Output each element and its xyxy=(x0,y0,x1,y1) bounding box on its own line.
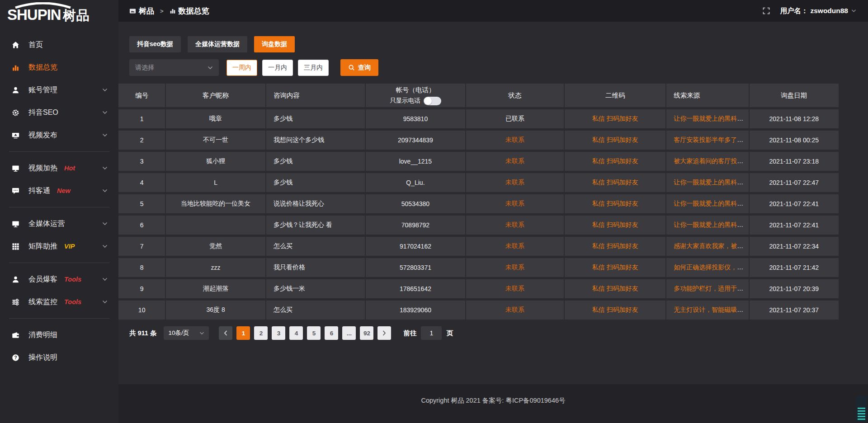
bar-chart-icon xyxy=(170,8,176,14)
cell-qrcode: 私信 扫码加好友 xyxy=(565,109,666,131)
col-header-qrcode: 二维码 xyxy=(565,84,666,109)
sidebar-item-douketong[interactable]: 抖客通 New xyxy=(0,179,118,202)
qr-private-message-link[interactable]: 私信 xyxy=(592,263,605,271)
cell-source: 被大家追着问的客厅投影分享... xyxy=(666,152,749,173)
col-header-id: 编号 xyxy=(118,84,166,109)
cell-nickname: 狐小狸 xyxy=(166,152,266,173)
tab-douyin-seo-data[interactable]: 抖音seo数据 xyxy=(129,36,181,52)
table-row: 10 36度 8 怎么买 183929060 未联系 私信 扫码加好友 无主灯设… xyxy=(118,301,840,322)
user-icon xyxy=(12,276,21,283)
lead-source-link[interactable]: 无主灯设计，智能磁吸轨道灯... xyxy=(674,306,749,313)
sidebar-item-omni-media[interactable]: 全媒体运营 xyxy=(0,212,118,235)
sidebar: SHUPIN 树品 首页 数据总览 账号管理 抖音SEO 视频发布 xyxy=(0,0,118,423)
prev-page-button[interactable] xyxy=(219,326,232,340)
period-button-1[interactable]: 一月内 xyxy=(262,60,293,76)
cell-qrcode: 私信 扫码加好友 xyxy=(565,301,666,322)
goto-page-input[interactable] xyxy=(421,326,442,340)
cell-account: 917024162 xyxy=(366,237,466,258)
sidebar-item-matrix-boost[interactable]: 矩阵助推 VIP xyxy=(0,235,118,258)
lead-source-link[interactable]: 如何正确选择投影仪，买投影... xyxy=(674,263,749,271)
sidebar-item-video-publish[interactable]: 视频发布 xyxy=(0,124,118,146)
cell-account: 9583810 xyxy=(366,109,466,131)
cell-source: 让你一眼就爱上的黑科技，能... xyxy=(666,216,749,237)
breadcrumb-item-data-overview[interactable]: 数据总览 xyxy=(170,6,209,16)
phone-only-toggle[interactable] xyxy=(424,97,441,105)
table-row: 2 不可一世 我想问这个多少钱 2097344839 未联系 私信 扫码加好友 … xyxy=(118,131,840,152)
page-3-button[interactable]: 3 xyxy=(272,326,285,340)
cell-date: 2021-11-07 23:18 xyxy=(750,152,840,173)
qr-private-message-link[interactable]: 私信 xyxy=(592,306,605,313)
lead-source-link[interactable]: 让你一眼就爱上的黑科技，能... xyxy=(674,179,749,186)
period-button-2[interactable]: 三月内 xyxy=(298,60,329,76)
sidebar-item-consumption-detail[interactable]: 消费明细 xyxy=(0,324,118,346)
lead-source-link[interactable]: 让你一眼就爱上的黑科技，能... xyxy=(674,115,749,122)
sidebar-item-home[interactable]: 首页 xyxy=(0,33,118,56)
qr-private-message-link[interactable]: 私信 xyxy=(592,285,605,292)
qr-scan-add-friend-link[interactable]: 扫码加好友 xyxy=(607,221,638,228)
browser-extension-widget[interactable] xyxy=(856,396,867,422)
cell-account: 178651642 xyxy=(366,279,466,301)
home-icon xyxy=(12,41,21,49)
sidebar-item-member-baoke[interactable]: 会员爆客 Tools xyxy=(0,268,118,291)
qr-scan-add-friend-link[interactable]: 扫码加好友 xyxy=(607,179,638,186)
qr-private-message-link[interactable]: 私信 xyxy=(592,200,605,207)
brand-logo[interactable]: SHUPIN 树品 xyxy=(0,0,118,27)
cell-id: 9 xyxy=(118,279,166,301)
tab-omni-media-data[interactable]: 全媒体运营数据 xyxy=(188,36,247,52)
page-ellipsis-button[interactable]: ... xyxy=(342,326,356,340)
qr-private-message-link[interactable]: 私信 xyxy=(592,136,605,143)
qr-scan-add-friend-link[interactable]: 扫码加好友 xyxy=(607,242,638,249)
user-menu[interactable]: 用户名： zswodun88 xyxy=(780,6,856,16)
qr-private-message-link[interactable]: 私信 xyxy=(592,221,605,228)
qr-scan-add-friend-link[interactable]: 扫码加好友 xyxy=(607,157,638,164)
cell-content: 多少钱 xyxy=(266,109,366,131)
lead-source-link[interactable]: 让你一眼就爱上的黑科技，能... xyxy=(674,200,749,207)
sidebar-item-video-heating[interactable]: 视频加热 Hot xyxy=(0,157,118,179)
tab-inquiry-data[interactable]: 询盘数据 xyxy=(254,36,295,52)
qr-private-message-link[interactable]: 私信 xyxy=(592,179,605,186)
qr-private-message-link[interactable]: 私信 xyxy=(592,157,605,164)
page-1-button[interactable]: 1 xyxy=(236,326,250,340)
cell-status: 未联系 xyxy=(466,152,565,173)
lead-source-link[interactable]: 让你一眼就爱上的黑科技，能... xyxy=(674,221,749,228)
sidebar-item-operation-guide[interactable]: ? 操作说明 xyxy=(0,346,118,369)
qr-scan-add-friend-link[interactable]: 扫码加好友 xyxy=(607,285,638,292)
qr-scan-add-friend-link[interactable]: 扫码加好友 xyxy=(607,115,638,122)
goto-label: 前往 xyxy=(403,329,416,338)
lead-source-link[interactable]: 多功能护栏灯，适用于乡村文... xyxy=(674,285,749,292)
breadcrumb-item-shupin[interactable]: 树品 xyxy=(129,6,154,16)
lead-source-link[interactable]: 被大家追着问的客厅投影分享... xyxy=(674,157,749,164)
sidebar-divider xyxy=(9,263,109,263)
cell-id: 3 xyxy=(118,152,166,173)
grid-icon xyxy=(12,243,21,250)
sidebar-item-account-management[interactable]: 账号管理 xyxy=(0,79,118,101)
lead-source-link[interactable]: 客厅安装投影半年多了，真实... xyxy=(674,136,749,143)
qr-private-message-link[interactable]: 私信 xyxy=(592,242,605,249)
page-4-button[interactable]: 4 xyxy=(289,326,303,340)
sidebar-item-douyin-seo[interactable]: 抖音SEO xyxy=(0,101,118,124)
qr-private-message-link[interactable]: 私信 xyxy=(592,115,605,122)
lead-source-link[interactable]: 感谢大家喜欢我家，被问了好... xyxy=(674,242,749,249)
qr-scan-add-friend-link[interactable]: 扫码加好友 xyxy=(607,136,638,143)
qr-scan-add-friend-link[interactable]: 扫码加好友 xyxy=(607,263,638,271)
fullscreen-icon[interactable] xyxy=(763,7,770,14)
sidebar-item-lead-monitor[interactable]: 线索监控 Tools xyxy=(0,291,118,313)
page-6-button[interactable]: 6 xyxy=(325,326,338,340)
period-button-0[interactable]: 一周内 xyxy=(226,60,257,76)
page-2-button[interactable]: 2 xyxy=(254,326,268,340)
inquiry-table: 编号 客户昵称 咨询内容 帐号（电话） 只显示电话 状态 二维码 线索来源 xyxy=(118,84,840,322)
cell-content: 多少钱 xyxy=(266,173,366,194)
breadcrumb: 树品 > 数据总览 xyxy=(129,6,209,16)
qr-scan-add-friend-link[interactable]: 扫码加好友 xyxy=(607,306,638,313)
page-92-button[interactable]: 92 xyxy=(360,326,373,340)
next-page-button[interactable] xyxy=(377,326,391,340)
qr-scan-add-friend-link[interactable]: 扫码加好友 xyxy=(607,200,638,207)
sidebar-item-data-overview[interactable]: 数据总览 xyxy=(0,56,118,79)
query-button[interactable]: 查询 xyxy=(340,59,378,76)
table-row: 3 狐小狸 多少钱 love__1215 未联系 私信 扫码加好友 被大家追着问… xyxy=(118,152,840,173)
page-size-select[interactable]: 10条/页 xyxy=(164,326,209,340)
page-5-button[interactable]: 5 xyxy=(307,326,321,340)
table-row: 8 zzz 我只看价格 572803371 未联系 私信 扫码加好友 如何正确选… xyxy=(118,258,840,279)
filter-select[interactable]: 请选择 xyxy=(129,59,219,76)
content-area: 抖音seo数据全媒体运营数据询盘数据 请选择 一周内一月内三月内 查询 xyxy=(118,22,868,384)
